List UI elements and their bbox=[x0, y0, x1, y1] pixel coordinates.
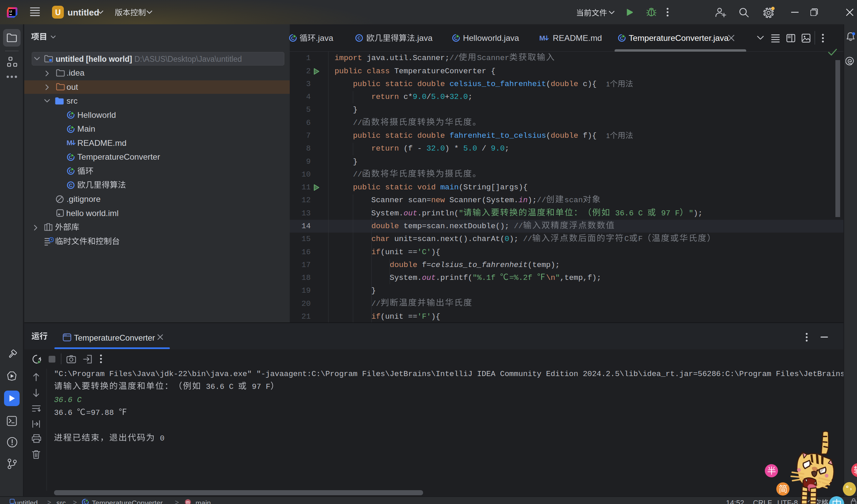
svg-text:m: m bbox=[186, 500, 190, 504]
svg-text:U: U bbox=[55, 8, 61, 17]
svg-text:IJ: IJ bbox=[10, 10, 12, 13]
svg-text:M: M bbox=[539, 35, 545, 42]
svg-text:C: C bbox=[357, 35, 361, 40]
